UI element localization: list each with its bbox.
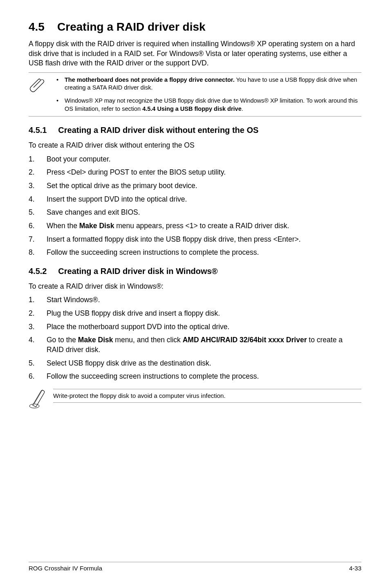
note-block-bottom: Write-protect the floppy disk to avoid a… bbox=[29, 389, 361, 411]
list-item: Press <Del> during POST to enter the BIO… bbox=[29, 168, 361, 177]
subsection-number: 4.5.1 bbox=[29, 126, 47, 135]
subsection-title: Creating a RAID driver disk in Windows® bbox=[58, 267, 217, 276]
intro-paragraph: A floppy disk with the RAID driver is re… bbox=[29, 39, 361, 68]
pencil-icon bbox=[29, 389, 53, 411]
note-bold-text: 4.5.4 Using a USB floppy disk drive bbox=[142, 105, 242, 112]
svg-line-1 bbox=[34, 390, 43, 404]
step-text: Go to the bbox=[47, 336, 78, 344]
lead-text: To create a RAID driver disk without ent… bbox=[29, 141, 361, 150]
subsection-heading: 4.5.1 Creating a RAID driver disk withou… bbox=[29, 126, 361, 135]
note-text: . bbox=[242, 105, 243, 112]
list-item: Follow the succeeding screen instruction… bbox=[29, 248, 361, 258]
footer-right: 4-33 bbox=[349, 565, 361, 572]
numbered-list: Start Windows®. Plug the USB floppy disk… bbox=[29, 295, 361, 381]
page-footer: ROG Crosshair IV Formula 4-33 bbox=[29, 562, 361, 572]
list-item: Save changes and exit BIOS. bbox=[29, 208, 361, 218]
lead-text: To create a RAID driver disk in Windows®… bbox=[29, 282, 361, 292]
note-bullet: Windows® XP may not recognize the USB fl… bbox=[53, 97, 361, 113]
list-item: Insert a formatted floppy disk into the … bbox=[29, 235, 361, 245]
list-item: Set the optical drive as the primary boo… bbox=[29, 181, 361, 191]
list-item: Follow the succeeding screen instruction… bbox=[29, 372, 361, 382]
bold-label: AMD AHCI/RAID 32/64bit xxxx Driver bbox=[183, 336, 307, 344]
section-title: Creating a RAID driver disk bbox=[57, 20, 206, 33]
note-text: Write-protect the floppy disk to avoid a… bbox=[53, 389, 361, 403]
subsection-heading: 4.5.2 Creating a RAID driver disk in Win… bbox=[29, 267, 361, 276]
subsection-number: 4.5.2 bbox=[29, 267, 47, 276]
list-item: Select USB floppy disk drive as the dest… bbox=[29, 359, 361, 368]
list-item: Go to the Make Disk menu, and then click… bbox=[29, 335, 361, 355]
step-text: menu, and then click bbox=[113, 336, 182, 344]
step-text: When the bbox=[47, 222, 79, 230]
list-item: When the Make Disk menu appears, press <… bbox=[29, 221, 361, 231]
step-text: menu appears, press <1> to create a RAID… bbox=[114, 222, 289, 230]
bold-label: Make Disk bbox=[78, 336, 113, 344]
bold-label: Make Disk bbox=[79, 222, 114, 230]
footer-left: ROG Crosshair IV Formula bbox=[29, 565, 102, 572]
list-item: Start Windows®. bbox=[29, 295, 361, 305]
list-item: Place the motherboard support DVD into t… bbox=[29, 322, 361, 332]
paperclip-icon bbox=[29, 76, 53, 94]
note-bold-text: The motherboard does not provide a flopp… bbox=[65, 76, 235, 83]
list-item: Insert the support DVD into the optical … bbox=[29, 195, 361, 204]
subsection-title: Creating a RAID driver disk without ente… bbox=[58, 126, 258, 135]
section-heading: 4.5 Creating a RAID driver disk bbox=[29, 20, 361, 34]
note-bullet: The motherboard does not provide a flopp… bbox=[53, 76, 361, 92]
numbered-list: Boot your computer. Press <Del> during P… bbox=[29, 155, 361, 258]
list-item: Plug the USB floppy disk drive and inser… bbox=[29, 309, 361, 319]
list-item: Boot your computer. bbox=[29, 155, 361, 164]
note-block-top: The motherboard does not provide a flopp… bbox=[29, 72, 361, 117]
section-number: 4.5 bbox=[29, 20, 45, 33]
note-body: The motherboard does not provide a flopp… bbox=[53, 76, 361, 113]
